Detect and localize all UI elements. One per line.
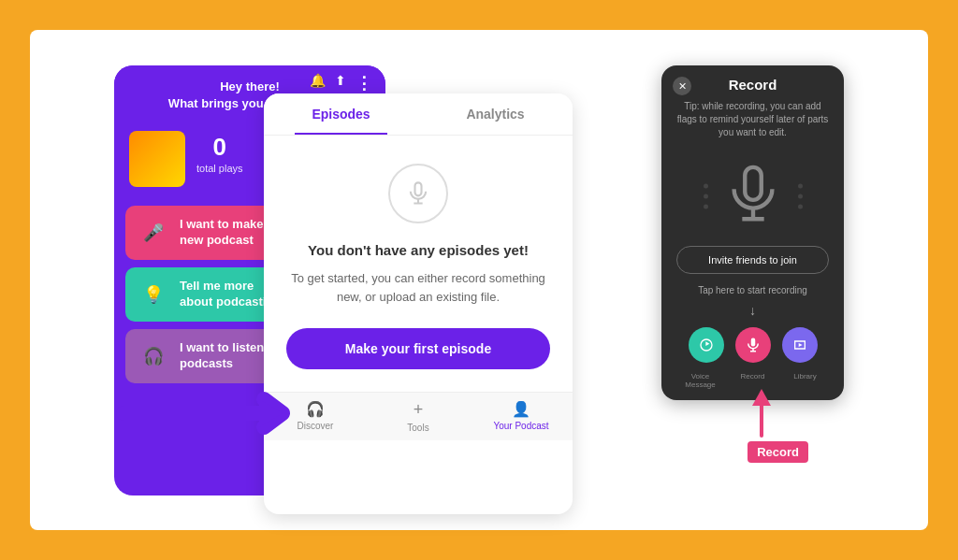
arrow-left	[114, 390, 320, 440]
voice-message-label: Voice Message	[677, 372, 724, 389]
record-up-arrow	[748, 389, 776, 444]
empty-description: To get started, you can either record so…	[286, 269, 550, 306]
dialog-title: Record	[729, 77, 777, 93]
total-plays-number: 0	[196, 135, 243, 159]
podcast-thumbnail	[129, 131, 185, 187]
headphones-icon: 🎧	[138, 341, 168, 371]
dialog-tip: Tip: while recording, you can add flags …	[661, 100, 844, 151]
your-podcast-icon: 👤	[512, 400, 530, 418]
more-icon[interactable]: ⋮	[356, 73, 372, 93]
library-button[interactable]	[782, 327, 818, 363]
tab-analytics[interactable]: Analytics	[418, 93, 573, 135]
large-mic-icon	[720, 162, 786, 227]
total-plays-label: total plays	[196, 163, 243, 174]
share-icon[interactable]: ⬆	[335, 73, 346, 93]
invite-friends-button[interactable]: Invite friends to join	[676, 246, 829, 274]
dialog-header: ✕ Record	[661, 65, 844, 100]
dialog-mic-area	[661, 151, 844, 246]
tools-icon: +	[414, 400, 424, 420]
empty-mic-icon	[388, 164, 448, 223]
empty-state: You don't have any episodes yet! To get …	[264, 136, 573, 392]
dialog-close-button[interactable]: ✕	[673, 77, 691, 95]
record-dialog: ✕ Record Tip: while recording, you can a…	[661, 65, 844, 400]
empty-title: You don't have any episodes yet!	[286, 242, 550, 258]
record-button[interactable]	[735, 327, 771, 363]
svg-rect-7	[750, 338, 755, 347]
header-icons: 🔔 ⬆ ⋮	[297, 65, 385, 97]
tap-down-arrow-icon: ↓	[661, 303, 844, 318]
record-controls	[661, 327, 844, 370]
main-panel: Episodes Analytics You don't have any ep…	[264, 93, 573, 514]
total-plays-stat: 0 total plays	[196, 135, 243, 174]
mic-icon: 🎤	[138, 218, 168, 248]
outer-frame: 🔔 ⬆ ⋮ Hey there! What brings you to Anch…	[30, 30, 928, 530]
lightbulb-icon: 💡	[138, 280, 168, 309]
tab-episodes[interactable]: Episodes	[264, 93, 418, 135]
tap-to-record-label: Tap here to start recording	[661, 285, 844, 295]
record-label-text: Record	[730, 372, 777, 389]
svg-marker-11	[752, 389, 771, 406]
make-episode-button[interactable]: Make your first episode	[286, 328, 550, 369]
library-label: Library	[782, 372, 829, 389]
svg-rect-0	[415, 182, 422, 195]
svg-rect-4	[745, 167, 762, 200]
nav-your-podcast[interactable]: 👤 Your Podcast	[470, 400, 573, 433]
tabs-row: Episodes Analytics	[264, 93, 573, 136]
record-badge: Record	[748, 441, 808, 463]
voice-message-button[interactable]	[689, 327, 724, 363]
nav-tools[interactable]: + Tools	[367, 400, 470, 433]
bell-icon[interactable]: 🔔	[310, 73, 326, 93]
